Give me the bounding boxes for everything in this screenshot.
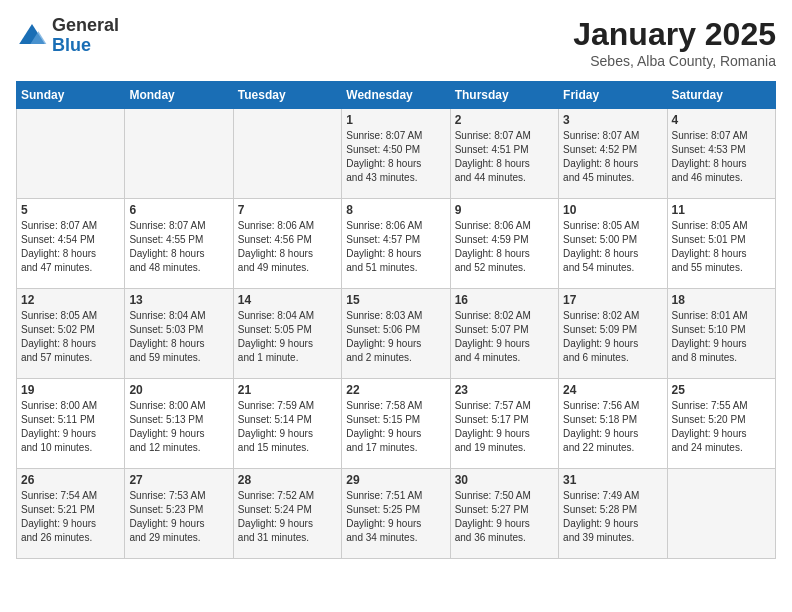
calendar-cell: 27Sunrise: 7:53 AM Sunset: 5:23 PM Dayli…: [125, 469, 233, 559]
day-number: 3: [563, 113, 662, 127]
day-number: 26: [21, 473, 120, 487]
calendar-cell: 26Sunrise: 7:54 AM Sunset: 5:21 PM Dayli…: [17, 469, 125, 559]
calendar-cell: 23Sunrise: 7:57 AM Sunset: 5:17 PM Dayli…: [450, 379, 558, 469]
day-info: Sunrise: 7:52 AM Sunset: 5:24 PM Dayligh…: [238, 489, 337, 545]
main-title: January 2025: [573, 16, 776, 53]
calendar-cell: 31Sunrise: 7:49 AM Sunset: 5:28 PM Dayli…: [559, 469, 667, 559]
calendar-cell: [17, 109, 125, 199]
day-number: 31: [563, 473, 662, 487]
calendar-cell: 2Sunrise: 8:07 AM Sunset: 4:51 PM Daylig…: [450, 109, 558, 199]
calendar-cell: [233, 109, 341, 199]
calendar-cell: 1Sunrise: 8:07 AM Sunset: 4:50 PM Daylig…: [342, 109, 450, 199]
day-number: 16: [455, 293, 554, 307]
day-number: 1: [346, 113, 445, 127]
day-number: 17: [563, 293, 662, 307]
header-friday: Friday: [559, 82, 667, 109]
calendar-cell: 29Sunrise: 7:51 AM Sunset: 5:25 PM Dayli…: [342, 469, 450, 559]
week-row-1: 5Sunrise: 8:07 AM Sunset: 4:54 PM Daylig…: [17, 199, 776, 289]
day-number: 9: [455, 203, 554, 217]
day-info: Sunrise: 8:06 AM Sunset: 4:59 PM Dayligh…: [455, 219, 554, 275]
header-row: SundayMondayTuesdayWednesdayThursdayFrid…: [17, 82, 776, 109]
day-number: 12: [21, 293, 120, 307]
week-row-2: 12Sunrise: 8:05 AM Sunset: 5:02 PM Dayli…: [17, 289, 776, 379]
calendar-cell: 9Sunrise: 8:06 AM Sunset: 4:59 PM Daylig…: [450, 199, 558, 289]
day-number: 15: [346, 293, 445, 307]
day-info: Sunrise: 7:49 AM Sunset: 5:28 PM Dayligh…: [563, 489, 662, 545]
calendar-cell: 21Sunrise: 7:59 AM Sunset: 5:14 PM Dayli…: [233, 379, 341, 469]
day-number: 7: [238, 203, 337, 217]
header-saturday: Saturday: [667, 82, 775, 109]
day-info: Sunrise: 8:04 AM Sunset: 5:03 PM Dayligh…: [129, 309, 228, 365]
logo-text: General Blue: [52, 16, 119, 56]
calendar-cell: 16Sunrise: 8:02 AM Sunset: 5:07 PM Dayli…: [450, 289, 558, 379]
calendar-cell: 17Sunrise: 8:02 AM Sunset: 5:09 PM Dayli…: [559, 289, 667, 379]
calendar-cell: 15Sunrise: 8:03 AM Sunset: 5:06 PM Dayli…: [342, 289, 450, 379]
day-number: 25: [672, 383, 771, 397]
day-info: Sunrise: 8:00 AM Sunset: 5:13 PM Dayligh…: [129, 399, 228, 455]
day-info: Sunrise: 8:03 AM Sunset: 5:06 PM Dayligh…: [346, 309, 445, 365]
day-number: 21: [238, 383, 337, 397]
day-number: 4: [672, 113, 771, 127]
day-info: Sunrise: 8:05 AM Sunset: 5:01 PM Dayligh…: [672, 219, 771, 275]
logo-blue-text: Blue: [52, 36, 119, 56]
calendar-cell: 24Sunrise: 7:56 AM Sunset: 5:18 PM Dayli…: [559, 379, 667, 469]
calendar-cell: 28Sunrise: 7:52 AM Sunset: 5:24 PM Dayli…: [233, 469, 341, 559]
calendar-cell: [125, 109, 233, 199]
day-number: 23: [455, 383, 554, 397]
subtitle: Sebes, Alba County, Romania: [573, 53, 776, 69]
title-block: January 2025 Sebes, Alba County, Romania: [573, 16, 776, 69]
day-info: Sunrise: 8:05 AM Sunset: 5:02 PM Dayligh…: [21, 309, 120, 365]
calendar-cell: 6Sunrise: 8:07 AM Sunset: 4:55 PM Daylig…: [125, 199, 233, 289]
day-info: Sunrise: 8:07 AM Sunset: 4:50 PM Dayligh…: [346, 129, 445, 185]
header-thursday: Thursday: [450, 82, 558, 109]
week-row-0: 1Sunrise: 8:07 AM Sunset: 4:50 PM Daylig…: [17, 109, 776, 199]
day-info: Sunrise: 8:02 AM Sunset: 5:09 PM Dayligh…: [563, 309, 662, 365]
day-info: Sunrise: 8:07 AM Sunset: 4:54 PM Dayligh…: [21, 219, 120, 275]
header-wednesday: Wednesday: [342, 82, 450, 109]
day-number: 22: [346, 383, 445, 397]
day-number: 18: [672, 293, 771, 307]
day-info: Sunrise: 7:58 AM Sunset: 5:15 PM Dayligh…: [346, 399, 445, 455]
day-number: 5: [21, 203, 120, 217]
calendar-cell: 18Sunrise: 8:01 AM Sunset: 5:10 PM Dayli…: [667, 289, 775, 379]
day-info: Sunrise: 8:07 AM Sunset: 4:51 PM Dayligh…: [455, 129, 554, 185]
header-monday: Monday: [125, 82, 233, 109]
week-row-4: 26Sunrise: 7:54 AM Sunset: 5:21 PM Dayli…: [17, 469, 776, 559]
header-tuesday: Tuesday: [233, 82, 341, 109]
calendar-cell: 30Sunrise: 7:50 AM Sunset: 5:27 PM Dayli…: [450, 469, 558, 559]
day-number: 2: [455, 113, 554, 127]
day-number: 6: [129, 203, 228, 217]
calendar-cell: 4Sunrise: 8:07 AM Sunset: 4:53 PM Daylig…: [667, 109, 775, 199]
calendar-cell: 13Sunrise: 8:04 AM Sunset: 5:03 PM Dayli…: [125, 289, 233, 379]
day-info: Sunrise: 8:01 AM Sunset: 5:10 PM Dayligh…: [672, 309, 771, 365]
day-info: Sunrise: 7:57 AM Sunset: 5:17 PM Dayligh…: [455, 399, 554, 455]
calendar-cell: 19Sunrise: 8:00 AM Sunset: 5:11 PM Dayli…: [17, 379, 125, 469]
week-row-3: 19Sunrise: 8:00 AM Sunset: 5:11 PM Dayli…: [17, 379, 776, 469]
calendar-cell: 8Sunrise: 8:06 AM Sunset: 4:57 PM Daylig…: [342, 199, 450, 289]
day-number: 27: [129, 473, 228, 487]
calendar-header: SundayMondayTuesdayWednesdayThursdayFrid…: [17, 82, 776, 109]
day-info: Sunrise: 8:06 AM Sunset: 4:56 PM Dayligh…: [238, 219, 337, 275]
day-info: Sunrise: 8:05 AM Sunset: 5:00 PM Dayligh…: [563, 219, 662, 275]
logo-general-text: General: [52, 16, 119, 36]
calendar-cell: 11Sunrise: 8:05 AM Sunset: 5:01 PM Dayli…: [667, 199, 775, 289]
day-info: Sunrise: 8:06 AM Sunset: 4:57 PM Dayligh…: [346, 219, 445, 275]
day-info: Sunrise: 8:07 AM Sunset: 4:55 PM Dayligh…: [129, 219, 228, 275]
calendar-cell: 14Sunrise: 8:04 AM Sunset: 5:05 PM Dayli…: [233, 289, 341, 379]
day-info: Sunrise: 8:07 AM Sunset: 4:52 PM Dayligh…: [563, 129, 662, 185]
day-number: 28: [238, 473, 337, 487]
day-number: 24: [563, 383, 662, 397]
day-info: Sunrise: 8:00 AM Sunset: 5:11 PM Dayligh…: [21, 399, 120, 455]
day-info: Sunrise: 7:59 AM Sunset: 5:14 PM Dayligh…: [238, 399, 337, 455]
day-number: 8: [346, 203, 445, 217]
day-number: 30: [455, 473, 554, 487]
calendar-cell: 5Sunrise: 8:07 AM Sunset: 4:54 PM Daylig…: [17, 199, 125, 289]
calendar-cell: 3Sunrise: 8:07 AM Sunset: 4:52 PM Daylig…: [559, 109, 667, 199]
day-info: Sunrise: 7:55 AM Sunset: 5:20 PM Dayligh…: [672, 399, 771, 455]
day-number: 10: [563, 203, 662, 217]
day-info: Sunrise: 7:53 AM Sunset: 5:23 PM Dayligh…: [129, 489, 228, 545]
day-info: Sunrise: 7:56 AM Sunset: 5:18 PM Dayligh…: [563, 399, 662, 455]
calendar-cell: 12Sunrise: 8:05 AM Sunset: 5:02 PM Dayli…: [17, 289, 125, 379]
calendar-cell: 25Sunrise: 7:55 AM Sunset: 5:20 PM Dayli…: [667, 379, 775, 469]
day-info: Sunrise: 7:54 AM Sunset: 5:21 PM Dayligh…: [21, 489, 120, 545]
